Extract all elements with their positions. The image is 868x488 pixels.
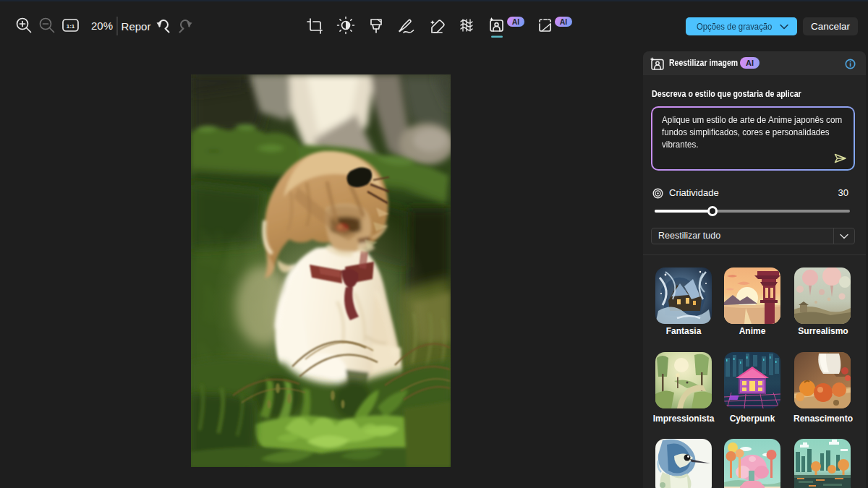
- svg-text:AI: AI: [560, 17, 568, 26]
- svg-text:Repor: Repor: [122, 20, 151, 33]
- svg-text:1:1: 1:1: [67, 23, 75, 30]
- svg-text:20%: 20%: [91, 20, 113, 32]
- svg-text:AI: AI: [512, 17, 520, 26]
